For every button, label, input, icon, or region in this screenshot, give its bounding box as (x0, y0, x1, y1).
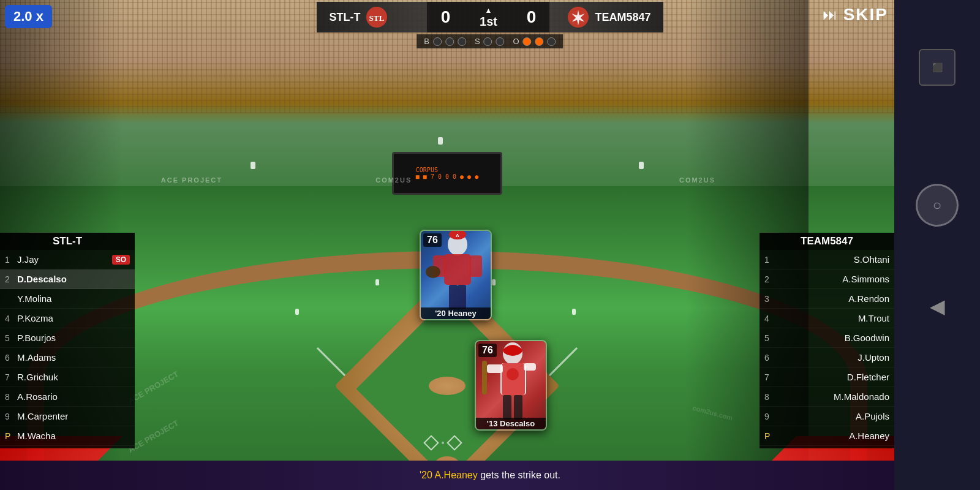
right-lineup-row-6: 6 J.Upton (760, 348, 894, 368)
left-lineup-row-6: 6 M.Adams (0, 348, 135, 368)
left-player-name-5: P.Bourjos (17, 333, 130, 343)
bases-display (426, 437, 460, 448)
left-player-num-1: 1 (5, 255, 17, 265)
count-display: B S O (417, 34, 563, 48)
svg-rect-8 (458, 285, 466, 309)
field-player-1b (572, 309, 576, 315)
ball-dot-2 (445, 37, 454, 46)
status-highlight-text: '20 A.Heaney (420, 470, 478, 480)
left-lineup-row-p: P M.Wacha (0, 426, 135, 446)
status-message: '20 A.Heaney gets the strike out. (420, 470, 560, 481)
right-player-name-8: M.Maldonado (777, 391, 889, 402)
status-normal-text: gets the strike out. (480, 470, 560, 480)
left-player-name-7: R.Grichuk (17, 372, 130, 382)
right-lineup-title: TEAM5847 (760, 233, 894, 250)
batter-card-rating: 76 (478, 344, 497, 357)
right-player-num-6: 6 (764, 353, 777, 363)
right-lineup-row-8: 8 M.Maldonado (760, 387, 894, 407)
field-player-rf (639, 162, 644, 169)
left-lineup-row-3: Y.Molina (0, 289, 135, 309)
hud-team-left: STL-T STL (317, 2, 427, 32)
angels-logo (567, 6, 590, 29)
right-player-name-1: S.Ohtani (777, 254, 889, 265)
right-player-name-4: M.Trout (777, 313, 889, 323)
team-right-name: TEAM5847 (595, 11, 650, 24)
right-lineup-row-5: 5 B.Goodwin (760, 328, 894, 348)
right-player-name-2: A.Simmons (777, 274, 889, 284)
left-player-num-5: 5 (5, 333, 17, 343)
left-lineup-panel: STL-T 1 J.Jay SO 2 D.Descalso Y.Molina 4… (0, 233, 135, 448)
inning-text: 1st (480, 15, 497, 29)
outfield-scoreboard: CORPUS■ ■ 7 0 0 0 ● ● ● (392, 152, 502, 195)
right-player-num-1: 1 (764, 255, 777, 265)
sponsor-right: COM2US (679, 176, 715, 184)
left-player-name-4: P.Kozma (17, 313, 130, 323)
field-player-cf (438, 137, 443, 145)
right-player-num-5: 5 (764, 333, 777, 343)
right-player-name-5: B.Goodwin (777, 333, 889, 343)
right-lineup-row-1: 1 S.Ohtani (760, 250, 894, 270)
left-player-num-p: P (5, 431, 17, 441)
right-player-name-7: D.Fletcher (777, 372, 889, 382)
speed-multiplier-badge[interactable]: 2.0 x (5, 5, 52, 28)
left-player-name-p: M.Wacha (17, 431, 130, 441)
score-left: 0 (427, 2, 464, 32)
right-lineup-row-3: 3 A.Rendon (760, 289, 894, 309)
skip-label: SKIP (843, 5, 888, 24)
base-first (447, 435, 462, 450)
field-player-3b (295, 309, 299, 315)
right-player-name-6: J.Upton (777, 352, 889, 363)
pause-button[interactable]: ⬛ (919, 49, 956, 86)
right-player-num-8: 8 (764, 392, 777, 402)
right-lineup-row-7: 7 D.Fletcher (760, 368, 894, 387)
action-circle-button[interactable]: ○ (916, 184, 959, 227)
left-lineup-row-4: 4 P.Kozma (0, 309, 135, 328)
right-player-name-3: A.Rendon (777, 293, 889, 304)
skip-play-icon: ⏭ (823, 6, 837, 23)
pitcher-card: A 76 '20 Heaney (420, 230, 492, 320)
ball-dot-3 (458, 37, 466, 46)
inning-display: ▲ 1st (464, 2, 513, 32)
svg-rect-16 (487, 364, 503, 373)
svg-rect-17 (524, 363, 536, 371)
svg-rect-19 (503, 395, 511, 420)
speed-multiplier-text: 2.0 x (13, 9, 43, 24)
svg-rect-7 (449, 285, 458, 309)
right-lineup-row-2: 2 A.Simmons (760, 270, 894, 289)
strike-dot-1 (484, 37, 492, 46)
left-player-num-6: 6 (5, 353, 17, 363)
skip-button[interactable]: ⏭ SKIP (823, 5, 888, 24)
back-arrow-icon: ◀ (930, 295, 945, 318)
score-left-value: 0 (441, 7, 451, 27)
left-lineup-row-1: 1 J.Jay SO (0, 250, 135, 270)
left-player-num-2: 2 (5, 274, 17, 284)
out-dot-2 (535, 37, 544, 46)
right-sidebar: ⬛ ○ ◀ (894, 0, 980, 490)
right-player-name-p: A.Heaney (777, 431, 889, 441)
left-lineup-row-5: 5 P.Bourjos (0, 328, 135, 348)
left-lineup-row-9: 9 M.Carpenter (0, 407, 135, 426)
right-lineup-row-9: 9 A.Pujols (760, 407, 894, 426)
pitcher-card-name: '20 Heaney (421, 307, 491, 319)
right-player-num-2: 2 (764, 274, 777, 284)
right-lineup-row-p: P A.Heaney (760, 426, 894, 446)
outs-label: O (513, 37, 519, 46)
left-player-name-3: Y.Molina (17, 293, 130, 304)
sponsor-left: ACE PROJECT (161, 176, 222, 184)
right-lineup-panel: TEAM5847 1 S.Ohtani 2 A.Simmons 3 A.Rend… (760, 233, 894, 448)
back-arrow-button[interactable]: ◀ (925, 288, 949, 325)
right-player-name-9: A.Pujols (777, 411, 889, 421)
left-player-name-2: D.Descalso (17, 274, 130, 284)
scoreboard-display: CORPUS■ ■ 7 0 0 0 ● ● ● (416, 167, 478, 180)
left-lineup-row-2: 2 D.Descalso (0, 270, 135, 289)
inning-arrow: ▲ (485, 6, 492, 15)
svg-point-9 (426, 266, 440, 278)
out-dot-1 (523, 37, 532, 46)
strikes-label: S (475, 37, 480, 46)
left-player-num-9: 9 (5, 412, 17, 421)
field-player-2b (492, 279, 496, 285)
left-player-num-4: 4 (5, 314, 17, 323)
svg-rect-6 (470, 255, 482, 277)
left-player-num-8: 8 (5, 392, 17, 402)
svg-rect-18 (482, 361, 487, 394)
